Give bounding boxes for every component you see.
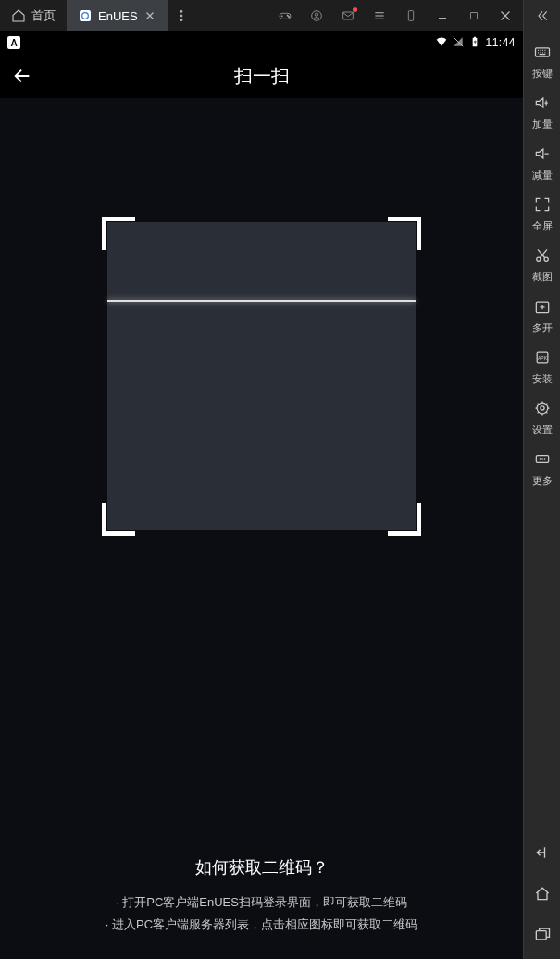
help-block: 如何获取二维码？ · 打开PC客户端EnUES扫码登录界面，即可获取二维码 · … [0,840,523,959]
scissors-icon [533,246,552,268]
viewfinder-corner-bl [102,503,135,536]
window-minimize-button[interactable] [429,2,456,30]
tab-home-label: 首页 [31,7,56,24]
help-line-1: · 打开PC客户端EnUES扫码登录界面，即可获取二维码 [19,891,504,915]
emulator-titlebar: 首页 EnUES [0,0,523,31]
keyboard-icon [533,43,552,65]
side-tool-label: 按键 [532,67,553,81]
svg-rect-0 [80,10,91,21]
viewfinder-corner-tl [102,217,135,250]
close-tab-icon[interactable] [143,9,156,22]
multi-instance-icon [533,297,552,319]
app-topbar: 扫一扫 [0,54,523,98]
apk-icon: APK [533,348,552,370]
side-tool-fullscreen[interactable]: 全屏 [524,195,561,233]
svg-point-4 [180,19,182,21]
side-tool-more[interactable]: 更多 [524,450,561,488]
volume-up-icon [533,93,552,116]
tab-enues-label: EnUES [98,9,138,23]
hamburger-menu-button[interactable] [366,2,393,30]
help-line-2: · 进入PC客户端服务器列表，点击相应图标即可获取二维码 [19,914,504,937]
svg-text:APK: APK [537,355,547,361]
scan-area [0,98,523,840]
side-tool-keys[interactable]: 按键 [524,43,561,81]
battery-icon [468,35,481,51]
svg-rect-11 [408,11,413,21]
status-clock: 11:44 [485,36,516,49]
side-tool-label: 全屏 [532,219,553,233]
viewfinder-corner-br [388,503,421,536]
svg-point-25 [541,458,543,460]
home-icon [11,8,26,23]
gamepad-button[interactable] [271,2,299,30]
android-home-button[interactable] [524,881,561,905]
svg-point-2 [180,10,182,12]
scan-line [107,300,416,302]
side-tool-multi-instance[interactable]: 多开 [524,297,561,335]
app-body: 如何获取二维码？ · 打开PC客户端EnUES扫码登录界面，即可获取二维码 · … [0,98,523,959]
svg-point-26 [543,458,545,460]
svg-point-16 [536,257,540,261]
side-tool-label: 更多 [532,474,553,488]
status-app-badge: A [7,36,20,49]
side-tool-label: 加量 [532,118,553,131]
svg-rect-27 [536,931,546,940]
phone-portrait-button[interactable] [397,2,425,30]
side-tool-label: 多开 [532,321,553,335]
window-maximize-button[interactable] [460,2,488,30]
tab-home[interactable]: 首页 [0,0,67,31]
svg-point-21 [537,403,548,414]
svg-rect-14 [474,36,476,37]
side-tool-label: 设置 [532,423,553,437]
back-button[interactable] [0,54,44,98]
page-title: 扫一扫 [0,64,523,89]
qr-viewfinder [102,217,421,536]
wifi-icon [435,35,448,51]
gear-icon [533,399,552,421]
svg-rect-10 [343,12,354,19]
svg-point-22 [540,406,543,410]
tab-menu-button[interactable] [168,2,195,30]
tab-enues[interactable]: EnUES [67,0,168,31]
side-tool-volume-up[interactable]: 加量 [524,93,561,131]
svg-rect-12 [471,13,478,19]
side-tool-label: 安装 [532,372,553,386]
window-close-button[interactable] [492,2,519,30]
viewfinder-surface [107,222,416,530]
side-tool-screenshot[interactable]: 截图 [524,246,561,284]
collapse-toolbar-button[interactable] [524,0,560,31]
volume-down-icon [533,144,552,167]
side-tool-install[interactable]: APK 安装 [524,348,561,386]
svg-point-3 [180,15,182,17]
svg-point-17 [544,257,548,261]
svg-point-6 [287,15,288,16]
side-tool-volume-down[interactable]: 减量 [524,144,561,182]
svg-point-9 [315,13,317,16]
svg-point-24 [539,458,541,460]
android-back-button[interactable] [524,841,561,865]
svg-point-7 [288,16,289,17]
user-button[interactable] [303,2,330,30]
mail-button[interactable] [334,2,362,30]
android-recents-button[interactable] [524,922,561,946]
svg-rect-13 [473,37,478,45]
app-icon [78,8,93,23]
fullscreen-icon [533,195,552,218]
side-tool-label: 减量 [532,168,553,182]
android-statusbar: A 11:44 [0,31,523,54]
viewfinder-corner-tr [388,217,421,250]
help-title: 如何获取二维码？ [19,856,504,878]
no-sim-icon [452,35,465,51]
emulator-side-toolbar: 按键 加量 减量 全屏 截图 多开 APK [523,0,560,959]
side-tool-label: 截图 [532,270,553,284]
more-icon [533,450,552,472]
side-tool-settings[interactable]: 设置 [524,399,561,437]
